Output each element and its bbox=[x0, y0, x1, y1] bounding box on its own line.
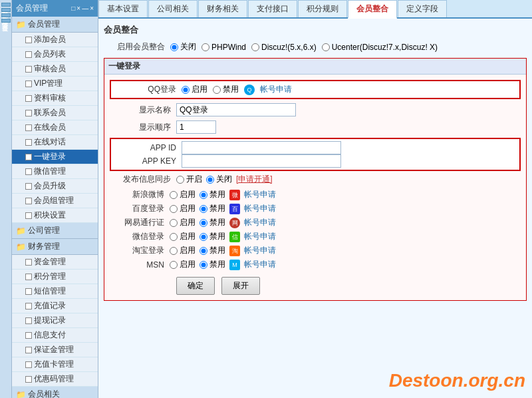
tab-points-rules[interactable]: 积分规则 bbox=[298, 0, 347, 17]
sidebar-item-deposit[interactable]: 保证金管理 bbox=[12, 343, 98, 357]
sidebar-ctrl-pin[interactable]: □ bbox=[71, 5, 75, 12]
wangyi-account-link[interactable]: 帐号申请 bbox=[244, 217, 276, 228]
sync-option-close[interactable]: 关闭 bbox=[206, 174, 232, 185]
sidebar-item-one-click-login[interactable]: 一键登录 bbox=[12, 150, 98, 164]
sidebar-ctrl-close2[interactable]: × bbox=[90, 5, 94, 12]
wangyi-disable[interactable]: 禁用 bbox=[200, 217, 225, 228]
msn-enable[interactable]: 启用 bbox=[170, 259, 196, 270]
taobao-disable[interactable]: 禁用 bbox=[200, 245, 225, 256]
integration-option-close[interactable]: 关闭 bbox=[170, 41, 196, 53]
sidebar-item-capital[interactable]: 资金管理 bbox=[12, 255, 98, 270]
msn-disable[interactable]: 禁用 bbox=[200, 259, 225, 270]
checkbox-deposit bbox=[25, 347, 32, 353]
tab-custom-fields[interactable]: 定义字段 bbox=[398, 0, 447, 17]
sync-option-open[interactable]: 开启 bbox=[176, 174, 202, 185]
weibo-radio-enable[interactable] bbox=[170, 191, 178, 199]
sidebar-group-member-related[interactable]: 📁 会员相关 bbox=[12, 387, 98, 398]
integration-option-discuz[interactable]: Discuz!(5.x,6.x) bbox=[251, 43, 317, 52]
taobao-enable[interactable]: 启用 bbox=[170, 245, 196, 256]
integration-option-phpwind[interactable]: PHPWind bbox=[201, 43, 246, 52]
sidebar-ctrl-min[interactable]: — bbox=[82, 5, 88, 12]
mini-btn-system[interactable]: 系统维护 bbox=[1, 3, 11, 7]
sidebar-item-member-upgrade[interactable]: 会员升级 bbox=[12, 179, 98, 194]
baidu-radio-disable[interactable] bbox=[200, 205, 207, 213]
weibo-disable[interactable]: 禁用 bbox=[200, 189, 225, 200]
weibo-enable[interactable]: 启用 bbox=[170, 189, 196, 200]
mini-btn-myboard[interactable]: 我的面板 bbox=[1, 8, 11, 12]
weixin-radio-enable[interactable] bbox=[170, 233, 178, 241]
weibo-account-link[interactable]: 帐号申请 bbox=[244, 189, 276, 200]
wangyi-radio-disable[interactable] bbox=[200, 219, 207, 227]
msn-radio-enable[interactable] bbox=[170, 261, 178, 269]
wangyi-enable[interactable]: 启用 bbox=[170, 217, 196, 228]
sidebar-item-wechat[interactable]: 微信管理 bbox=[12, 164, 98, 179]
sidebar-group-member[interactable]: 📁 会员管理 bbox=[12, 17, 98, 33]
app-id-input[interactable] bbox=[182, 141, 341, 154]
app-key-input[interactable] bbox=[182, 154, 341, 168]
sidebar-group-finance[interactable]: 📁 财务管理 bbox=[12, 239, 98, 255]
msn-account-link[interactable]: 帐号申请 bbox=[244, 259, 276, 270]
sidebar-item-review-member[interactable]: 审核会员 bbox=[12, 62, 98, 77]
service-baidu-controls: 启用 禁用 百 帐号申请 bbox=[170, 203, 276, 214]
sidebar-item-points[interactable]: 积分管理 bbox=[12, 270, 98, 284]
qq-login-radio-enable[interactable] bbox=[182, 86, 190, 94]
sidebar-item-add-member[interactable]: 添加会员 bbox=[12, 33, 98, 47]
mini-btn-function[interactable]: 功能模块 bbox=[1, 13, 11, 17]
sidebar-item-online-member[interactable]: 在线会员 bbox=[12, 120, 98, 135]
sidebar-item-withdrawal[interactable]: 提现记录 bbox=[12, 313, 98, 328]
tab-finance[interactable]: 财务相关 bbox=[198, 0, 247, 17]
taobao-radio-disable[interactable] bbox=[200, 247, 207, 255]
display-name-input[interactable] bbox=[176, 103, 296, 116]
integration-radio-discuz[interactable] bbox=[251, 43, 259, 51]
qq-login-option-enable[interactable]: 启用 bbox=[182, 84, 207, 95]
qq-login-option-disable[interactable]: 禁用 bbox=[213, 84, 239, 95]
qq-account-link[interactable]: 帐号申请 bbox=[260, 84, 292, 95]
tab-member-integration[interactable]: 会员整合 bbox=[348, 0, 397, 19]
display-order-input[interactable] bbox=[176, 120, 216, 134]
baidu-radio-enable[interactable] bbox=[170, 205, 178, 213]
baidu-enable[interactable]: 启用 bbox=[170, 203, 196, 214]
baidu-disable[interactable]: 禁用 bbox=[200, 203, 225, 214]
expand-button[interactable]: 展开 bbox=[221, 277, 260, 295]
taobao-radio-enable[interactable] bbox=[170, 247, 178, 255]
sidebar-item-block-settings[interactable]: 积块设置 bbox=[12, 208, 98, 223]
sidebar-item-vip[interactable]: VIP管理 bbox=[12, 77, 98, 91]
integration-radio-ucenter[interactable] bbox=[322, 43, 330, 51]
sidebar-item-online-chat[interactable]: 在线对话 bbox=[12, 135, 98, 150]
integration-row: 启用会员整合 关闭 PHPWind Discuz!(5.x,6.x) bbox=[104, 41, 527, 53]
taobao-account-link[interactable]: 帐号申请 bbox=[244, 245, 276, 256]
weixin-disable[interactable]: 禁用 bbox=[200, 231, 225, 242]
sidebar-ctrl-close[interactable]: × bbox=[76, 5, 80, 12]
integration-radio-close[interactable] bbox=[170, 43, 178, 51]
baidu-account-link[interactable]: 帐号申请 bbox=[244, 203, 276, 214]
weibo-radio-disable[interactable] bbox=[200, 191, 207, 199]
tab-basic-settings[interactable]: 基本设置 bbox=[98, 0, 148, 17]
mini-btn-member[interactable]: 会员管理 bbox=[1, 19, 11, 23]
tab-payment[interactable]: 支付接口 bbox=[248, 0, 297, 17]
tab-company[interactable]: 公司相关 bbox=[148, 0, 198, 17]
msn-radio-disable[interactable] bbox=[200, 261, 207, 269]
sync-radio-open[interactable] bbox=[176, 176, 184, 184]
sidebar-group-company[interactable]: 📁 公司管理 bbox=[12, 223, 98, 239]
qq-icon: Q bbox=[244, 85, 255, 95]
sidebar-item-profile-review[interactable]: 资料审核 bbox=[12, 91, 98, 106]
integration-radio-phpwind[interactable] bbox=[201, 43, 209, 51]
sidebar-item-member-list[interactable]: 会员列表 bbox=[12, 47, 98, 62]
sidebar-item-info-payment[interactable]: 信息支付 bbox=[12, 328, 98, 343]
sync-radio-close[interactable] bbox=[206, 176, 214, 184]
sidebar-item-recharge-card[interactable]: 充值卡管理 bbox=[12, 357, 98, 372]
weixin-enable[interactable]: 启用 bbox=[170, 231, 196, 242]
weixin-account-link[interactable]: 帐号申请 bbox=[244, 231, 276, 242]
sidebar-item-recharge-records[interactable]: 充值记录 bbox=[12, 299, 98, 313]
integration-option-ucenter[interactable]: Ucenter(Discuz!7.x,Discuz! X) bbox=[322, 43, 438, 52]
checkbox-recharge-records bbox=[25, 303, 32, 309]
sync-apply-link[interactable]: [申请开通] bbox=[236, 174, 273, 185]
sidebar-item-member-group[interactable]: 会员组管理 bbox=[12, 194, 98, 208]
confirm-button[interactable]: 确定 bbox=[176, 277, 215, 295]
sidebar-item-contact-member[interactable]: 联系会员 bbox=[12, 106, 98, 120]
qq-login-radio-disable[interactable] bbox=[213, 86, 221, 94]
sidebar-item-sms[interactable]: 短信管理 bbox=[12, 284, 98, 299]
weixin-radio-disable[interactable] bbox=[200, 233, 207, 241]
sidebar-item-coupon[interactable]: 优惠码管理 bbox=[12, 372, 98, 387]
wangyi-radio-enable[interactable] bbox=[170, 219, 178, 227]
